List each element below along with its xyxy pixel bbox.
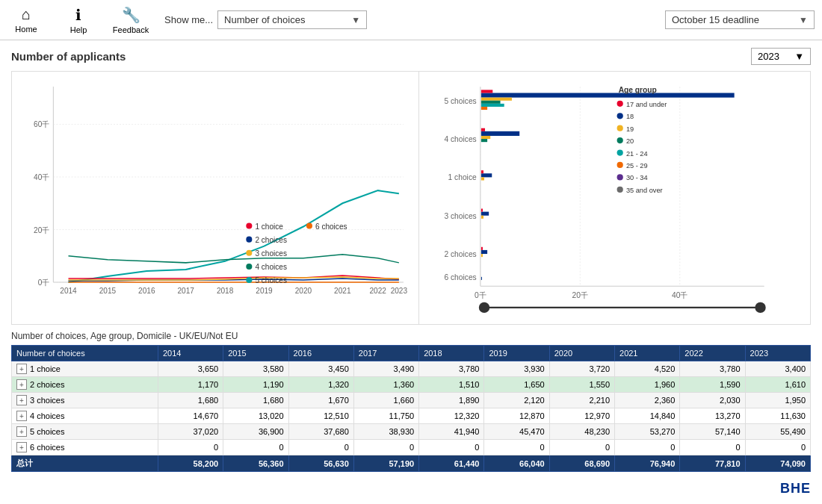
svg-text:20千: 20千	[572, 291, 588, 299]
svg-point-84	[617, 187, 623, 193]
deadline-dropdown-arrow: ▼	[799, 15, 808, 25]
expand-button[interactable]: +	[16, 411, 27, 421]
row-value-cell: 0	[288, 440, 353, 455]
svg-point-78	[617, 149, 623, 155]
row-value-cell: 56,630	[288, 455, 353, 472]
svg-text:0千: 0千	[475, 291, 486, 299]
row-value-cell: 68,690	[549, 455, 614, 472]
row-value-cell: 66,040	[484, 455, 549, 472]
svg-text:35 and over: 35 and over	[626, 187, 663, 194]
svg-point-70	[617, 101, 623, 107]
help-label: Help	[70, 25, 87, 34]
col-header-2018: 2018	[419, 346, 484, 361]
row-value-cell: 14,670	[158, 408, 223, 424]
expand-button[interactable]: +	[16, 379, 27, 390]
row-value-cell: 3,720	[549, 361, 614, 377]
svg-rect-48	[481, 98, 512, 101]
row-value-cell: 57,190	[353, 455, 418, 472]
svg-text:17 and under: 17 and under	[626, 101, 667, 108]
col-header-2014: 2014	[158, 346, 223, 361]
row-value-cell: 76,940	[615, 455, 680, 472]
row-value-cell: 1,170	[158, 377, 223, 393]
row-value-cell: 77,810	[680, 455, 745, 472]
home-icon: ⌂	[22, 6, 31, 23]
row-value-cell: 0	[745, 440, 810, 455]
svg-text:2017: 2017	[178, 287, 195, 295]
row-value-cell: 2,210	[549, 393, 614, 408]
row-value-cell: 3,650	[158, 361, 223, 377]
table-row: 总计58,20056,36056,63057,19061,44066,04068…	[12, 455, 811, 472]
svg-rect-53	[481, 128, 485, 131]
svg-rect-52	[481, 131, 519, 136]
svg-text:25 - 29: 25 - 29	[626, 162, 648, 169]
svg-rect-63	[481, 247, 483, 250]
bhe-logo: BHE	[780, 481, 811, 497]
svg-point-72	[617, 113, 623, 119]
svg-point-67	[479, 302, 489, 313]
svg-text:0千: 0千	[38, 279, 50, 287]
row-label-cell: +6 choices	[12, 440, 158, 455]
row-value-cell: 74,090	[745, 455, 810, 472]
row-label-cell: +1 choice	[12, 361, 158, 377]
svg-text:5 choices: 5 choices	[444, 97, 476, 105]
expand-button[interactable]: +	[16, 364, 27, 374]
show-me-label: Show me...	[164, 14, 213, 25]
row-value-cell: 0	[158, 440, 223, 455]
svg-rect-64	[481, 254, 483, 257]
row-value-cell: 12,510	[288, 408, 353, 424]
row-value-cell: 1,550	[549, 377, 614, 393]
row-value-cell: 1,510	[419, 377, 484, 393]
svg-point-80	[617, 162, 623, 168]
feedback-nav-item[interactable]: 🔧 Feedback	[112, 6, 149, 34]
svg-point-22	[246, 237, 252, 243]
col-header-choices: Number of choices	[12, 346, 158, 361]
deadline-dropdown[interactable]: October 15 deadline ▼	[665, 10, 815, 29]
svg-text:2018: 2018	[217, 287, 234, 295]
help-nav-item[interactable]: ℹ Help	[60, 6, 97, 34]
svg-text:6 choices: 6 choices	[315, 223, 347, 231]
row-value-cell: 1,360	[353, 377, 418, 393]
svg-text:60千: 60千	[34, 120, 49, 128]
row-value-cell: 48,230	[549, 424, 614, 440]
home-nav-item[interactable]: ⌂ Home	[7, 6, 45, 34]
row-label-cell: +2 choices	[12, 377, 158, 393]
svg-text:40千: 40千	[34, 173, 49, 181]
right-chart: 0千 20千 40千 5 choices 4 choices 1 choice …	[419, 72, 810, 324]
row-value-cell: 1,590	[680, 377, 745, 393]
svg-text:30 - 34: 30 - 34	[626, 174, 648, 181]
table-section: Number of choices, Age group, Domicile -…	[11, 331, 811, 472]
row-value-cell: 1,950	[745, 393, 810, 408]
table-row: +1 choice3,6503,5803,4503,4903,7803,9303…	[12, 361, 811, 377]
svg-point-28	[246, 277, 252, 283]
row-value-cell: 14,840	[615, 408, 680, 424]
year-value: 2023	[758, 51, 779, 62]
svg-rect-54	[481, 136, 490, 139]
row-label: 1 choice	[30, 364, 61, 373]
row-value-cell: 45,470	[484, 424, 549, 440]
row-value-cell: 37,020	[158, 424, 223, 440]
bar-chart-svg: 0千 20千 40千 5 choices 4 choices 1 choice …	[427, 79, 803, 317]
row-value-cell: 37,680	[288, 424, 353, 440]
row-value-cell: 0	[549, 440, 614, 455]
row-value-cell: 1,650	[484, 377, 549, 393]
svg-text:5 choices: 5 choices	[255, 276, 287, 284]
year-dropdown[interactable]: 2023 ▼	[751, 48, 811, 65]
col-header-2019: 2019	[484, 346, 549, 361]
table-row: +2 choices1,1701,1901,3201,3601,5101,650…	[12, 377, 811, 393]
top-nav: ⌂ Home ℹ Help 🔧 Feedback Show me... Numb…	[0, 0, 822, 40]
row-value-cell: 0	[484, 440, 549, 455]
expand-button[interactable]: +	[16, 426, 27, 437]
svg-rect-58	[481, 177, 484, 180]
expand-button[interactable]: +	[16, 442, 27, 452]
svg-text:3 choices: 3 choices	[255, 249, 287, 258]
choices-dropdown[interactable]: Number of choices ▼	[217, 10, 367, 29]
row-value-cell: 1,680	[158, 393, 223, 408]
svg-rect-61	[481, 216, 483, 219]
svg-text:2021: 2021	[334, 287, 351, 295]
svg-rect-49	[481, 101, 501, 104]
row-value-cell: 61,440	[419, 455, 484, 472]
row-label-cell: +5 choices	[12, 424, 158, 440]
expand-button[interactable]: +	[16, 395, 27, 405]
table-row: +5 choices37,02036,90037,68038,93041,940…	[12, 424, 811, 440]
svg-text:2023: 2023	[391, 287, 408, 295]
